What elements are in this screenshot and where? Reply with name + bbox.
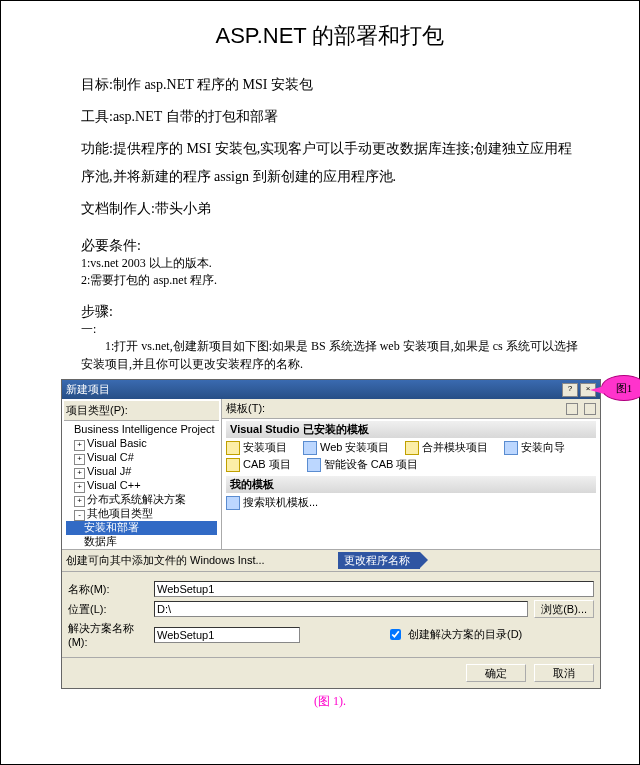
help-button[interactable]: ? (562, 383, 578, 397)
project-type-tree[interactable]: Business Intelligence Project +Visual Ba… (64, 421, 219, 549)
templates-label: 模板(T): (226, 401, 265, 416)
web-setup-icon (303, 441, 317, 455)
expand-icon[interactable]: + (74, 468, 85, 479)
para-author: 文档制作人:带头小弟 (81, 195, 579, 223)
dialog-footer: 确定 取消 (62, 657, 600, 688)
document-page: ASP.NET 的部署和打包 目标:制作 asp.NET 程序的 MSI 安装包… (0, 0, 640, 765)
create-solution-dir-checkbox[interactable] (390, 629, 401, 640)
template-merge[interactable]: 合并模块项目 (405, 440, 488, 455)
project-type-label: 项目类型(P): (64, 401, 219, 421)
search-online-icon (226, 496, 240, 510)
dialog-title: 新建项目 (66, 382, 110, 397)
large-icons-icon[interactable] (566, 403, 578, 415)
cond-2: 2:需要打包的 asp.net 程序. (81, 272, 579, 289)
browse-button[interactable]: 浏览(B)... (534, 600, 594, 618)
step-group-1: 一: (81, 321, 579, 338)
template-smart-cab[interactable]: 智能设备 CAB 项目 (307, 457, 419, 472)
template-search-online[interactable]: 搜索联机模板... (226, 495, 596, 510)
page-title: ASP.NET 的部署和打包 (81, 21, 579, 51)
solution-name-label: 解决方案名称(M): (68, 621, 148, 648)
expand-icon[interactable]: + (74, 454, 85, 465)
expand-icon[interactable]: + (74, 440, 85, 451)
description-text: 创建可向其中添加文件的 Windows Inst... (66, 554, 265, 566)
create-solution-dir-label: 创建解决方案的目录(D) (408, 627, 522, 642)
tree-ext[interactable]: 扩展性 (66, 549, 217, 550)
small-icons-icon[interactable] (584, 403, 596, 415)
section-steps: 步骤: (81, 303, 579, 321)
tree-other[interactable]: -其他项目类型 (66, 507, 217, 521)
location-input[interactable] (154, 601, 528, 617)
section-conditions: 必要条件: (81, 237, 579, 255)
view-mode-icons (566, 403, 596, 415)
tree-dist[interactable]: +分布式系统解决方案 (66, 493, 217, 507)
expand-icon[interactable]: + (74, 496, 85, 507)
templates-group-installed: Visual Studio 已安装的模板 (226, 421, 596, 438)
collapse-icon[interactable]: - (74, 510, 85, 521)
description-bar: 创建可向其中添加文件的 Windows Inst... 更改程序名称 (62, 550, 600, 572)
project-name-input[interactable] (154, 581, 594, 597)
tree-bi[interactable]: Business Intelligence Project (66, 423, 217, 437)
project-type-panel: 项目类型(P): Business Intelligence Project +… (62, 399, 222, 549)
name-label: 名称(M): (68, 582, 148, 597)
merge-module-icon (405, 441, 419, 455)
figure-caption: (图 1). (81, 693, 579, 710)
tree-vb[interactable]: +Visual Basic (66, 437, 217, 451)
callout-change-name: 更改程序名称 (338, 552, 420, 569)
setup-wizard-icon (504, 441, 518, 455)
cancel-button[interactable]: 取消 (534, 664, 594, 682)
templates-group-my: 我的模板 (226, 476, 596, 493)
tree-db[interactable]: 数据库 (66, 535, 217, 549)
tree-cpp[interactable]: +Visual C++ (66, 479, 217, 493)
templates-panel: 模板(T): Visual Studio 已安装的模板 安装项目 Web 安装项… (222, 399, 600, 549)
tree-setup-deploy[interactable]: 安装和部署 (66, 521, 217, 535)
para-function: 功能:提供程序的 MSI 安装包,实现客户可以手动更改数据库连接;创建独立应用程… (81, 135, 579, 191)
tree-cs[interactable]: +Visual C# (66, 451, 217, 465)
dialog-titlebar: 新建项目 ? × (62, 380, 600, 399)
templates-grid: 安装项目 Web 安装项目 合并模块项目 安装向导 CAB 项目 智能设备 CA… (226, 440, 596, 472)
cond-1: 1:vs.net 2003 以上的版本. (81, 255, 579, 272)
setup-project-icon (226, 441, 240, 455)
template-cab[interactable]: CAB 项目 (226, 457, 291, 472)
solution-name-input[interactable] (154, 627, 300, 643)
step-1: 1:打开 vs.net,创建新项目如下图:如果是 BS 系统选择 web 安装项… (81, 337, 579, 373)
template-setup[interactable]: 安装项目 (226, 440, 287, 455)
cab-project-icon (226, 458, 240, 472)
expand-icon[interactable]: + (74, 482, 85, 493)
fields-area: 名称(M): 位置(L): 浏览(B)... 解决方案名称(M): 创建解决方案… (62, 572, 600, 657)
ok-button[interactable]: 确定 (466, 664, 526, 682)
location-label: 位置(L): (68, 602, 148, 617)
template-web-setup[interactable]: Web 安装项目 (303, 440, 389, 455)
template-wizard[interactable]: 安装向导 (504, 440, 565, 455)
new-project-dialog: 新建项目 ? × 项目类型(P): Business Intelligence … (61, 379, 601, 689)
screenshot-figure-1: 图1 新建项目 ? × 项目类型(P): Business Intelligen… (61, 379, 601, 689)
smart-cab-icon (307, 458, 321, 472)
para-tool: 工具:asp.NET 自带的打包和部署 (81, 103, 579, 131)
para-goal: 目标:制作 asp.NET 程序的 MSI 安装包 (81, 71, 579, 99)
tree-js[interactable]: +Visual J# (66, 465, 217, 479)
callout-figure-1: 图1 (601, 375, 640, 401)
